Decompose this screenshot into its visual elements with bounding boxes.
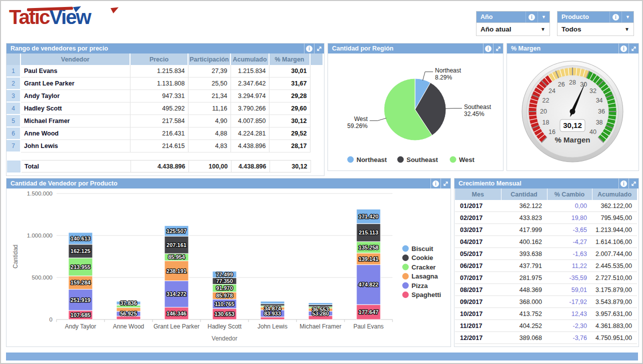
table-cell: 30,12 [269, 114, 310, 127]
table-row[interactable]: 6Anne Wood216.4314,884.224.28129,52 [6, 127, 323, 140]
table-cell: 21,34 [188, 90, 230, 102]
legend-item-pizza[interactable]: Pizza [402, 282, 428, 290]
table-cell [310, 102, 323, 114]
table-cell: 29,28 [269, 90, 310, 102]
table-cell: -1,63 [547, 248, 592, 260]
info-icon[interactable]: i [526, 12, 538, 22]
table-cell: 2 [6, 77, 20, 90]
table-row[interactable]: 10/2017413.75212,433.957.631,00 [455, 308, 637, 320]
table-cell: Andy Taylor [20, 90, 130, 102]
chart-text: 159.284 [70, 280, 91, 286]
legend-item-cracker[interactable]: Cracker [402, 264, 436, 271]
table-cell: 10/2017 [455, 308, 501, 320]
chevron-down-icon: ▼ [624, 26, 630, 32]
table-cell: 2.727.510,00 [592, 272, 637, 284]
table-row[interactable]: 04/2017400.162-4,271.614.106,00 [455, 236, 637, 248]
table-cell: 06/2017 [455, 260, 501, 272]
vendors-table-header-row: Vendedor Precio Participación Acumulado … [6, 54, 323, 65]
info-icon-glyph: i [612, 14, 619, 20]
table-row[interactable]: 07/2017281.975-35,592.727.510,00 [455, 272, 637, 284]
chart-text: 251.919 [70, 297, 90, 303]
chart-text: 125.507 [166, 228, 186, 234]
info-icon[interactable]: i [430, 178, 440, 188]
chart-text: 85.978 [216, 292, 233, 298]
chart-text: 30,12 [563, 121, 582, 130]
table-cell: 3.175.879,00 [592, 284, 637, 296]
expand-icon[interactable] [628, 44, 638, 54]
table-cell [310, 90, 323, 102]
chart-text: West [354, 116, 368, 122]
table-row[interactable]: 01/2017362.1220,00362.122,00 [455, 200, 637, 212]
vendors-table-body: Vendedor Precio Participación Acumulado … [6, 54, 324, 176]
table-cell: -17,92 [547, 296, 592, 308]
legend-item-cookie[interactable]: Cookie [402, 254, 434, 262]
table-row[interactable]: 3Andy Taylor947.33121,343.294.97429,28 [6, 90, 323, 102]
table-row[interactable]: 02/2017433.82319,80795.945,00 [455, 212, 637, 224]
legend-item-spaghetti[interactable]: Spaghetti [402, 291, 442, 298]
table-row[interactable]: 11/2017404.252-2,304.361.883,00 [455, 320, 637, 332]
table-row[interactable]: 2Grant Lee Parker1.131.80825,502.347.642… [6, 77, 323, 90]
legend-item-southeast[interactable]: Southeast [398, 156, 438, 164]
table-row[interactable]: 1Paul Evans1.215.83427,391.215.83430,01 [6, 65, 323, 77]
chevron-down-icon[interactable]: ▼ [538, 12, 550, 22]
table-row[interactable]: 4Hadley Scott495.29211,163.790.26629,60 [6, 102, 323, 114]
bar-segment-biscuit[interactable] [260, 302, 284, 304]
table-row[interactable]: 5Michael Framer217.5844,904.007.85030,12 [6, 114, 323, 127]
info-icon[interactable]: i [610, 12, 622, 22]
legend-item-northeast[interactable]: Northeast [348, 156, 388, 164]
filter-ano-select[interactable]: Año atual ▼ [476, 22, 550, 36]
bar-segment-biscuit[interactable] [308, 302, 332, 304]
chart-text: 474.822 [358, 282, 378, 288]
bar-segment-spaghetti[interactable] [260, 317, 284, 320]
expand-icon-glyph [316, 46, 322, 52]
expand-icon[interactable] [440, 178, 450, 188]
expand-icon[interactable] [493, 44, 503, 54]
total-precio: 4.438.896 [130, 160, 188, 172]
panel-vendors-ranking: Rango de vendedores por precio i Vendedo… [6, 43, 324, 176]
chart-text: 40 [590, 128, 596, 136]
expand-icon[interactable] [314, 44, 324, 54]
info-icon[interactable]: i [483, 44, 493, 54]
chart-text: Vendedor [212, 335, 237, 342]
table-row[interactable]: 03/2017417.999-3,651.213.944,00 [455, 224, 637, 236]
legend-swatch [348, 156, 354, 163]
info-icon[interactable]: i [304, 44, 314, 54]
info-icon[interactable]: i [618, 178, 628, 188]
legend-item-lasagna[interactable]: Lasagna [402, 272, 438, 280]
pie-leader-line [370, 118, 386, 120]
col-cantidad: Cantidad [501, 188, 547, 200]
filter-producto-select[interactable]: Todos ▼ [558, 22, 634, 36]
chevron-down-icon: ▼ [540, 26, 546, 32]
panel-header: Cantidad por Región i [328, 44, 503, 54]
info-icon-glyph: i [432, 180, 439, 187]
table-row[interactable]: 08/2017448.36959,013.175.879,00 [455, 284, 637, 296]
table-cell: 29,60 [269, 102, 310, 114]
chart-text: 162.125 [70, 248, 90, 254]
total-label: Total [21, 160, 130, 172]
chart-text: 36.553 [312, 306, 329, 312]
col-rownum [6, 54, 20, 65]
table-cell: 01/2017 [455, 200, 501, 212]
expand-icon[interactable] [628, 178, 638, 188]
table-row[interactable]: 12/2017389.068-3,764.750.951,00 [455, 332, 637, 344]
legend-item-biscuit[interactable]: Biscuit [402, 245, 434, 252]
chevron-down-icon[interactable]: ▼ [622, 12, 634, 22]
legend-item-west[interactable]: West [450, 156, 475, 164]
chart-text: 140.613 [70, 236, 90, 242]
table-cell: 11,22 [547, 260, 592, 272]
col-acumulado: Acumulado [592, 188, 637, 200]
table-cell: 400.162 [501, 236, 547, 248]
table-cell: 2.445.535,00 [592, 260, 637, 272]
bar-chart-body: 0500.0001.000.0001.500.000107.685251.919… [6, 188, 450, 348]
table-cell: Michael Framer [20, 114, 130, 127]
panel-cantidad-vendedor-producto: Cantidad de Vendedor por Producto i 0500… [6, 178, 451, 347]
table-row[interactable]: 09/2017368.000-17,923.543.879,00 [455, 296, 637, 308]
table-row[interactable]: 06/2017437.79111,222.445.535,00 [455, 260, 637, 272]
chart-text: West [459, 156, 474, 164]
legend-swatch [402, 264, 409, 270]
table-cell: 413.752 [501, 308, 547, 320]
table-row[interactable]: 05/2017393.638-1,632.007.744,00 [455, 248, 637, 260]
info-icon[interactable]: i [618, 44, 628, 54]
table-cell: Paul Evans [20, 65, 130, 77]
table-row[interactable]: 7John Lewis214.6154,834.438.89628,17 [6, 140, 323, 152]
